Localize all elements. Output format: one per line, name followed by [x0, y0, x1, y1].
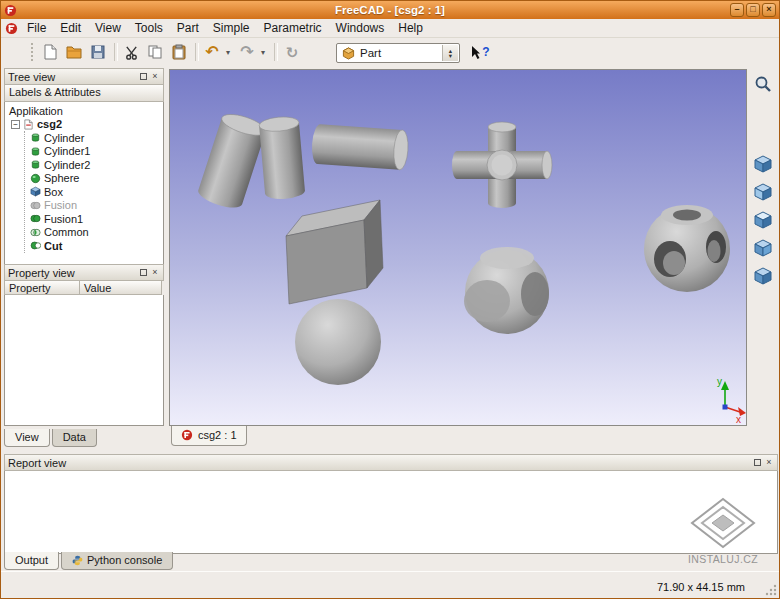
title-bar[interactable]: FreeCAD - [csg2 : 1] – □ ×: [1, 1, 779, 19]
watermark-text: INSTALUJ.CZ: [677, 553, 769, 565]
tree-view-header[interactable]: Tree view ×: [4, 68, 164, 85]
shape-sphere[interactable]: [295, 299, 381, 385]
report-view-header[interactable]: Report view ×: [4, 454, 778, 471]
document-tab-label: csg2 : 1: [198, 429, 237, 441]
property-view-float-button[interactable]: [138, 268, 148, 278]
property-view-body: [4, 295, 164, 426]
open-document-button[interactable]: [63, 41, 85, 63]
tree-item-box[interactable]: Box: [25, 185, 163, 199]
tree-view-close-button[interactable]: ×: [150, 72, 160, 82]
maximize-button[interactable]: □: [746, 3, 760, 17]
fit-all-button[interactable]: [750, 72, 776, 96]
tab-python-console[interactable]: Python console: [61, 552, 173, 570]
view-cube-icon: [753, 154, 773, 174]
toolbar-separator: [195, 43, 199, 61]
undo-button[interactable]: ↶: [201, 41, 223, 63]
refresh-button[interactable]: ↻: [281, 41, 303, 63]
property-column-header[interactable]: Property: [4, 281, 80, 295]
menu-windows[interactable]: Windows: [329, 20, 392, 36]
property-view-header[interactable]: Property view ×: [4, 264, 164, 281]
view-cube-icon: [753, 182, 773, 202]
workbench-selector[interactable]: Part ▴ ▾: [336, 43, 460, 63]
tab-data[interactable]: Data: [52, 429, 97, 447]
property-view-title: Property view: [8, 267, 136, 279]
tree-view-float-button[interactable]: [138, 72, 148, 82]
save-button[interactable]: [87, 41, 109, 63]
shape-cylinder2[interactable]: [259, 115, 306, 200]
workbench-selected-label: Part: [360, 47, 381, 59]
minimize-button[interactable]: –: [730, 3, 744, 17]
tab-output[interactable]: Output: [4, 552, 59, 570]
3d-scene[interactable]: y x: [170, 70, 746, 425]
float-icon: [754, 459, 761, 466]
report-output-area: [4, 471, 778, 554]
redo-icon: ↷: [240, 44, 253, 60]
tree-item-fusion1[interactable]: Fusion1: [25, 212, 163, 226]
undo-icon: ↶: [205, 44, 218, 60]
tree-root-row[interactable]: Applikation: [5, 104, 163, 118]
collapse-expander-icon[interactable]: −: [11, 120, 20, 129]
view-rear-button[interactable]: [750, 264, 776, 288]
cut-button[interactable]: [120, 41, 142, 63]
document-menu-icon[interactable]: [5, 22, 18, 35]
box-icon: [30, 186, 41, 197]
paste-clipboard-icon: [171, 44, 187, 60]
cylinder-icon: [30, 132, 41, 143]
save-floppy-icon: [90, 44, 106, 60]
resize-grip[interactable]: [765, 584, 777, 599]
new-document-button[interactable]: [39, 41, 61, 63]
toolbar-drag-handle[interactable]: [31, 43, 37, 61]
document-tab-csg2[interactable]: csg2 : 1: [171, 426, 247, 446]
toolbar-separator: [274, 43, 278, 61]
3d-viewport[interactable]: y x: [169, 69, 747, 426]
value-column-header[interactable]: Value: [80, 281, 162, 295]
menu-part[interactable]: Part: [170, 20, 206, 36]
tree-item-cut[interactable]: Cut: [25, 239, 163, 253]
menu-parametric[interactable]: Parametric: [257, 20, 329, 36]
report-view-float-button[interactable]: [752, 458, 762, 468]
tree-item-label: Common: [44, 226, 89, 238]
magnifier-icon: [754, 75, 772, 93]
document-icon: [23, 119, 34, 130]
menu-simple[interactable]: Simple: [206, 20, 257, 36]
whats-this-button[interactable]: ?: [467, 41, 493, 63]
view-front-button[interactable]: [750, 180, 776, 204]
view-axonometric-button[interactable]: [750, 152, 776, 176]
bottom-tab-bar: Output Python console: [4, 552, 175, 570]
shape-cylinder3[interactable]: [311, 124, 410, 171]
redo-button[interactable]: ↷: [236, 41, 258, 63]
view-cube-icon: [753, 266, 773, 286]
tree-item-cylinder[interactable]: Cylinder: [25, 131, 163, 145]
menu-edit[interactable]: Edit: [53, 20, 88, 36]
redo-dropdown-button[interactable]: ▾: [257, 41, 269, 63]
tree-item-sphere[interactable]: Sphere: [25, 172, 163, 186]
sphere-icon: [30, 173, 41, 184]
tree-document-row[interactable]: − csg2: [5, 118, 163, 132]
copy-button[interactable]: [144, 41, 166, 63]
menu-file[interactable]: File: [20, 20, 53, 36]
menu-view[interactable]: View: [88, 20, 128, 36]
view-top-button[interactable]: [750, 208, 776, 232]
tree-item-label: Cut: [44, 240, 62, 252]
tab-view[interactable]: View: [4, 429, 50, 447]
undo-dropdown-button[interactable]: ▾: [222, 41, 234, 63]
tree-item-cylinder1[interactable]: Cylinder1: [25, 145, 163, 159]
menu-tools[interactable]: Tools: [128, 20, 170, 36]
property-view-close-button[interactable]: ×: [150, 268, 160, 278]
tree-item-common[interactable]: Common: [25, 226, 163, 240]
menu-help[interactable]: Help: [391, 20, 430, 36]
tree-item-cylinder2[interactable]: Cylinder2: [25, 158, 163, 172]
paste-button[interactable]: [168, 41, 190, 63]
scissors-icon: [124, 45, 139, 60]
main-toolbar: ↶ ▾ ↷ ▾ ↻ Part ▴ ▾ ?: [1, 38, 779, 66]
cylinder-icon: [30, 159, 41, 170]
view-right-button[interactable]: [750, 236, 776, 260]
status-bar: 71.90 x 44.15 mm: [1, 571, 779, 599]
part-workbench-icon: [342, 47, 355, 60]
tree-column-header[interactable]: Labels & Attributes: [4, 85, 164, 102]
report-view-close-button[interactable]: ×: [764, 458, 774, 468]
tree-item-fusion[interactable]: Fusion: [25, 199, 163, 213]
workbench-spin-buttons[interactable]: ▴ ▾: [442, 45, 458, 61]
close-button[interactable]: ×: [762, 3, 776, 17]
freecad-document-icon: [181, 429, 193, 441]
